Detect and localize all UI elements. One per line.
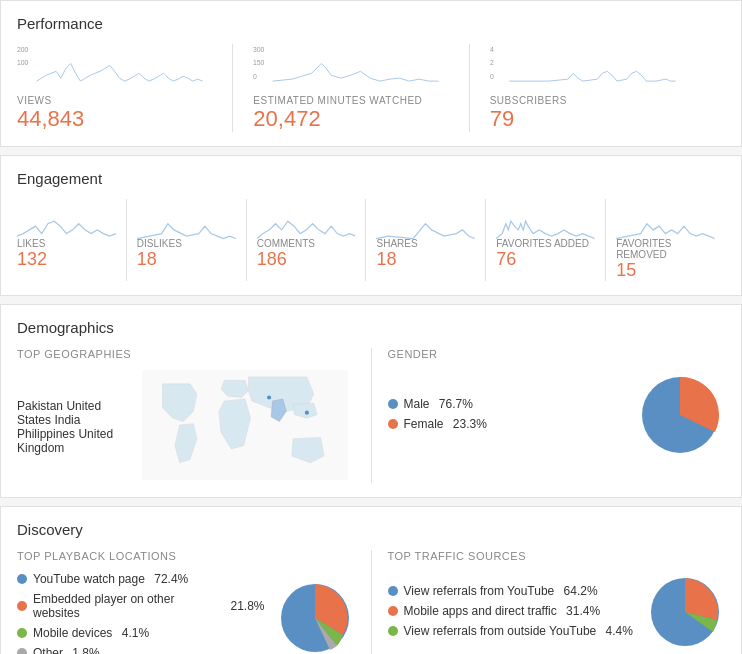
traffic-value-1: 31.4% [566, 604, 600, 618]
geo-list: Pakistan United States India Philippines… [17, 399, 125, 455]
favorites-added-chart [496, 199, 595, 234]
female-value: 23.3% [453, 417, 487, 431]
traffic-panel: TOP TRAFFIC SOURCES View referrals from … [388, 550, 726, 654]
playback-label-2: Mobile devices [33, 626, 116, 640]
playback-legend: YouTube watch page 72.4% Embedded player… [17, 572, 265, 654]
svg-text:0: 0 [490, 73, 494, 80]
playback-label-3: Other [33, 646, 66, 654]
likes-item: LIKES 132 [17, 199, 127, 281]
svg-text:2: 2 [490, 59, 494, 66]
country-philippines[interactable]: Philippines [17, 427, 75, 441]
playback-value-0: 72.4% [154, 572, 188, 586]
discovery-grid: TOP PLAYBACK LOCATIONS YouTube watch pag… [17, 550, 725, 654]
svg-text:0: 0 [253, 73, 257, 80]
traffic-title: TOP TRAFFIC SOURCES [388, 550, 726, 562]
discovery-title: Discovery [17, 521, 725, 538]
subscribers-chart: 4 2 0 [490, 44, 685, 89]
minutes-chart: 300 150 0 [253, 44, 448, 89]
subscribers-value: 79 [490, 106, 685, 132]
playback-value-1: 21.8% [230, 599, 264, 613]
traffic-pie-chart [645, 572, 725, 654]
playback-label-0: YouTube watch page [33, 572, 148, 586]
playback-item-2: Mobile devices 4.1% [17, 626, 265, 640]
dislikes-value: 18 [137, 249, 236, 270]
traffic-item-2: View referrals from outside YouTube 4.4% [388, 624, 636, 638]
favorites-removed-chart [616, 199, 715, 234]
comments-item: COMMENTS 186 [257, 199, 367, 281]
svg-text:4: 4 [490, 46, 494, 53]
playback-pie-chart [275, 578, 355, 655]
playback-dot-0 [17, 574, 27, 584]
traffic-legend: View referrals from YouTube 64.2% Mobile… [388, 584, 636, 644]
shares-chart [376, 199, 475, 234]
performance-grid: 200 100 VIEWS 44,843 300 150 0 ESTIMATED… [17, 44, 725, 132]
geographies-panel: TOP GEOGRAPHIES Pakistan United States I… [17, 348, 372, 483]
gender-pie-chart [635, 370, 725, 463]
svg-text:200: 200 [17, 46, 29, 53]
playback-panel: TOP PLAYBACK LOCATIONS YouTube watch pag… [17, 550, 372, 654]
favorites-added-label: FAVORITES ADDED [496, 238, 595, 249]
traffic-dot-0 [388, 586, 398, 596]
gender-panel: GENDER Male 76.7% Female 23.3% [388, 348, 726, 483]
gender-title: GENDER [388, 348, 726, 360]
female-label: Female [404, 417, 447, 431]
traffic-value-2: 4.4% [606, 624, 633, 638]
shares-item: SHARES 18 [376, 199, 486, 281]
country-pakistan[interactable]: Pakistan [17, 399, 63, 413]
gender-legend: Male 76.7% Female 23.3% [388, 397, 626, 437]
playback-item-3: Other 1.8% [17, 646, 265, 654]
views-item: 200 100 VIEWS 44,843 [17, 44, 233, 132]
svg-text:300: 300 [253, 46, 265, 53]
demographics-grid: TOP GEOGRAPHIES Pakistan United States I… [17, 348, 725, 483]
favorites-removed-value: 15 [616, 260, 715, 281]
views-label: VIEWS [17, 95, 212, 106]
demographics-section: Demographics TOP GEOGRAPHIES Pakistan Un… [0, 304, 742, 498]
female-legend-item: Female 23.3% [388, 417, 626, 431]
demographics-title: Demographics [17, 319, 725, 336]
minutes-item: 300 150 0 ESTIMATED MINUTES WATCHED 20,4… [253, 44, 469, 132]
playback-content: YouTube watch page 72.4% Embedded player… [17, 572, 355, 654]
performance-section: Performance 200 100 VIEWS 44,843 300 150… [0, 0, 742, 147]
dislikes-item: DISLIKES 18 [137, 199, 247, 281]
shares-value: 18 [376, 249, 475, 270]
engagement-title: Engagement [17, 170, 725, 187]
traffic-content: View referrals from YouTube 64.2% Mobile… [388, 572, 726, 654]
female-dot [388, 419, 398, 429]
favorites-added-item: FAVORITES ADDED 76 [496, 199, 606, 281]
views-chart: 200 100 [17, 44, 212, 89]
traffic-item-1: Mobile apps and direct traffic 31.4% [388, 604, 636, 618]
playback-dot-1 [17, 601, 27, 611]
traffic-dot-1 [388, 606, 398, 616]
world-map [135, 370, 355, 483]
comments-value: 186 [257, 249, 356, 270]
likes-value: 132 [17, 249, 116, 270]
favorites-removed-item: FAVORITES REMOVED 15 [616, 199, 725, 281]
svg-text:150: 150 [253, 59, 265, 66]
country-india[interactable]: India [54, 413, 80, 427]
traffic-dot-2 [388, 626, 398, 636]
playback-dot-2 [17, 628, 27, 638]
subscribers-label: SUBSCRIBERS [490, 95, 685, 106]
likes-chart [17, 199, 116, 234]
performance-title: Performance [17, 15, 725, 32]
comments-chart [257, 199, 356, 234]
male-dot [388, 399, 398, 409]
male-legend-item: Male 76.7% [388, 397, 626, 411]
traffic-value-0: 64.2% [564, 584, 598, 598]
male-value: 76.7% [439, 397, 473, 411]
playback-item-0: YouTube watch page 72.4% [17, 572, 265, 586]
playback-value-3: 1.8% [72, 646, 99, 654]
engagement-section: Engagement LIKES 132 DISLIKES 18 [0, 155, 742, 296]
svg-point-10 [304, 411, 308, 415]
playback-item-1: Embedded player on other websites 21.8% [17, 592, 265, 620]
playback-value-2: 4.1% [122, 626, 149, 640]
traffic-item-0: View referrals from YouTube 64.2% [388, 584, 636, 598]
traffic-label-1: Mobile apps and direct traffic [404, 604, 561, 618]
views-value: 44,843 [17, 106, 212, 132]
minutes-label: ESTIMATED MINUTES WATCHED [253, 95, 448, 106]
playback-label-1: Embedded player on other websites [33, 592, 224, 620]
playback-dot-3 [17, 648, 27, 654]
traffic-label-0: View referrals from YouTube [404, 584, 558, 598]
discovery-section: Discovery TOP PLAYBACK LOCATIONS YouTube… [0, 506, 742, 654]
dislikes-chart [137, 199, 236, 234]
